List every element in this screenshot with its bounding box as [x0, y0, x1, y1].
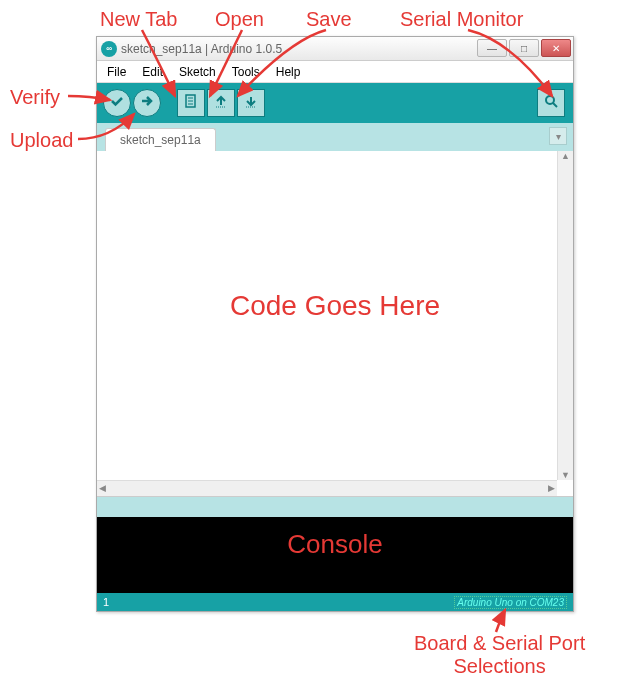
- line-number: 1: [103, 596, 109, 608]
- status-strip: [97, 497, 573, 517]
- chevron-down-icon: ▾: [556, 131, 561, 142]
- window-title: sketch_sep11a | Arduino 1.0.5: [121, 42, 282, 56]
- maximize-button[interactable]: □: [509, 39, 539, 57]
- footer: 1 Arduino Uno on COM23: [97, 593, 573, 611]
- console: Console: [97, 517, 573, 593]
- menu-help[interactable]: Help: [270, 63, 307, 81]
- annotation-save: Save: [306, 8, 352, 31]
- svg-line-7: [553, 103, 557, 107]
- arrow-up-icon: [213, 93, 229, 113]
- arrow-down-icon: [243, 93, 259, 113]
- serial-monitor-button[interactable]: [537, 89, 565, 117]
- menu-tools[interactable]: Tools: [226, 63, 266, 81]
- toolbar: [97, 83, 573, 123]
- titlebar[interactable]: ∞ sketch_sep11a | Arduino 1.0.5 — □ ✕: [97, 37, 573, 61]
- svg-point-6: [546, 96, 554, 104]
- open-button[interactable]: [207, 89, 235, 117]
- minimize-button[interactable]: —: [477, 39, 507, 57]
- annotation-verify: Verify: [10, 86, 60, 109]
- annotation-upload: Upload: [10, 129, 73, 152]
- new-button[interactable]: [177, 89, 205, 117]
- tabbar: sketch_sep11a ▾: [97, 123, 573, 151]
- magnifier-icon: [543, 93, 559, 113]
- upload-button[interactable]: [133, 89, 161, 117]
- annotation-board-port: Board & Serial Port Selections: [414, 632, 585, 678]
- board-port-status: Arduino Uno on COM23: [454, 596, 567, 609]
- menu-edit[interactable]: Edit: [136, 63, 169, 81]
- tab-menu-button[interactable]: ▾: [549, 127, 567, 145]
- annotation-code-area: Code Goes Here: [230, 290, 440, 322]
- window-controls: — □ ✕: [477, 39, 571, 57]
- verify-button[interactable]: [103, 89, 131, 117]
- menubar: File Edit Sketch Tools Help: [97, 61, 573, 83]
- annotation-new-tab: New Tab: [100, 8, 177, 31]
- arduino-logo-icon: ∞: [101, 41, 117, 57]
- menu-file[interactable]: File: [101, 63, 132, 81]
- check-icon: [109, 93, 125, 113]
- arduino-ide-window: ∞ sketch_sep11a | Arduino 1.0.5 — □ ✕ Fi…: [96, 36, 574, 612]
- sketch-tab[interactable]: sketch_sep11a: [105, 128, 216, 151]
- editor-scrollbar-horizontal[interactable]: [97, 480, 557, 496]
- close-button[interactable]: ✕: [541, 39, 571, 57]
- annotation-serial-monitor: Serial Monitor: [400, 8, 523, 31]
- code-editor[interactable]: Code Goes Here: [97, 151, 573, 497]
- annotation-open: Open: [215, 8, 264, 31]
- arrow-right-icon: [139, 93, 155, 113]
- editor-scrollbar-vertical[interactable]: [557, 151, 573, 480]
- save-button[interactable]: [237, 89, 265, 117]
- menu-sketch[interactable]: Sketch: [173, 63, 222, 81]
- document-icon: [183, 93, 199, 113]
- annotation-console: Console: [287, 528, 382, 559]
